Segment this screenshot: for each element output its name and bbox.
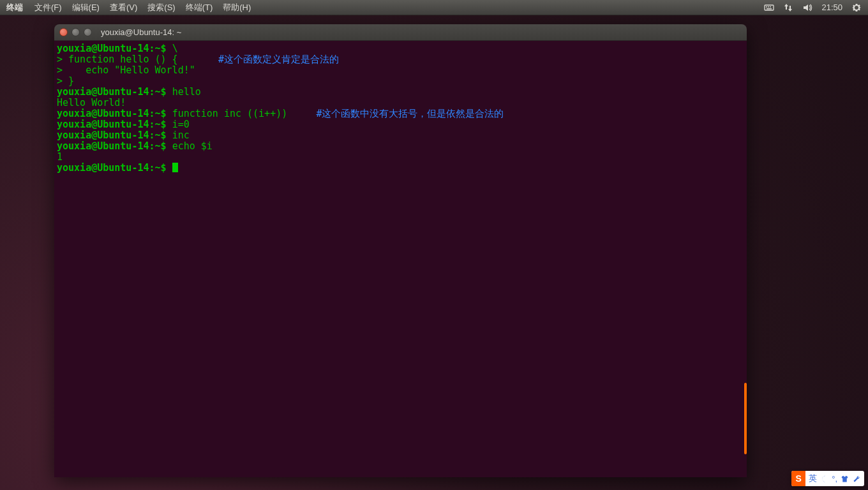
terminal-line: youxia@Ubuntu-14:~$ xyxy=(57,163,744,174)
terminal-prompt: youxia@Ubuntu-14:~$ xyxy=(57,119,172,130)
terminal-command: inc xyxy=(172,130,190,141)
terminal-command: hello xyxy=(172,86,201,98)
svg-rect-3 xyxy=(770,6,771,8)
terminal-command: function hello () { xyxy=(68,54,218,65)
terminal-continuation-prompt: > xyxy=(57,54,68,65)
scrollbar-thumb[interactable] xyxy=(744,383,747,454)
terminal-line: youxia@Ubuntu-14:~$ i=0 xyxy=(57,119,744,130)
terminal-cursor xyxy=(172,163,178,172)
network-updown-icon[interactable] xyxy=(783,3,793,13)
sogou-logo-icon: S xyxy=(791,471,805,486)
terminal-viewport[interactable]: youxia@Ubuntu-14:~$ \> function hello ()… xyxy=(54,41,747,477)
terminal-line: > echo "Hello World!" xyxy=(57,65,744,76)
terminal-line: youxia@Ubuntu-14:~$ echo $i xyxy=(57,141,744,152)
keyboard-indicator-icon[interactable] xyxy=(764,3,774,13)
system-tray: 21:50 xyxy=(764,3,864,13)
ime-panel[interactable]: S 英 °, xyxy=(791,471,864,486)
terminal-line: youxia@Ubuntu-14:~$ hello xyxy=(57,87,744,98)
terminal-continuation-prompt: > xyxy=(57,75,68,87)
svg-rect-4 xyxy=(767,8,772,10)
ime-separator: °, xyxy=(832,474,837,484)
wrench-icon[interactable] xyxy=(852,475,860,483)
terminal-line: > } xyxy=(57,76,744,87)
menu-edit[interactable]: 编辑(E) xyxy=(67,2,105,13)
terminal-prompt: youxia@Ubuntu-14:~$ xyxy=(57,140,172,152)
terminal-prompt: youxia@Ubuntu-14:~$ xyxy=(57,162,172,174)
shirt-icon[interactable] xyxy=(841,475,849,483)
terminal-command: echo "Hello World!" xyxy=(68,64,195,76)
window-minimize-button[interactable] xyxy=(71,28,80,36)
window-title: youxia@Ubuntu-14: ~ xyxy=(101,27,181,37)
terminal-prompt: youxia@Ubuntu-14:~$ xyxy=(57,130,172,141)
terminal-line: youxia@Ubuntu-14:~$ inc xyxy=(57,130,744,141)
moon-icon[interactable] xyxy=(820,475,828,483)
terminal-line: 1 xyxy=(57,152,744,163)
terminal-window: youxia@Ubuntu-14: ~ youxia@Ubuntu-14:~$ … xyxy=(54,24,747,477)
top-panel: 终端 文件(F) 编辑(E) 查看(V) 搜索(S) 终端(T) 帮助(H) 2… xyxy=(0,0,868,15)
svg-rect-2 xyxy=(768,6,769,8)
gear-icon[interactable] xyxy=(851,3,862,13)
terminal-line: > function hello () { #这个函数定义肯定是合法的 xyxy=(57,54,744,65)
svg-rect-0 xyxy=(765,5,774,10)
terminal-command: i=0 xyxy=(172,119,190,130)
terminal-prompt: youxia@Ubuntu-14:~$ xyxy=(57,43,172,54)
terminal-command: function inc ((i++)) xyxy=(172,108,317,119)
window-titlebar[interactable]: youxia@Ubuntu-14: ~ xyxy=(54,24,747,41)
menubar: 文件(F) 编辑(E) 查看(V) 搜索(S) 终端(T) 帮助(H) xyxy=(29,2,256,13)
clock[interactable]: 21:50 xyxy=(821,3,842,12)
terminal-prompt: youxia@Ubuntu-14:~$ xyxy=(57,86,172,98)
terminal-line: youxia@Ubuntu-14:~$ \ xyxy=(57,43,744,54)
terminal-line: youxia@Ubuntu-14:~$ function inc ((i++))… xyxy=(57,108,744,119)
terminal-output: 1 xyxy=(57,151,63,163)
menu-file[interactable]: 文件(F) xyxy=(29,2,67,13)
terminal-comment: #这个函数定义肯定是合法的 xyxy=(218,54,339,65)
menu-search[interactable]: 搜索(S) xyxy=(142,2,180,13)
terminal-command: \ xyxy=(172,43,178,54)
terminal-comment: #这个函数中没有大括号，但是依然是合法的 xyxy=(316,108,504,119)
menu-help[interactable]: 帮助(H) xyxy=(218,2,256,13)
svg-rect-1 xyxy=(766,6,767,8)
window-maximize-button[interactable] xyxy=(84,28,92,36)
terminal-command: } xyxy=(68,75,74,87)
menu-view[interactable]: 查看(V) xyxy=(105,2,142,13)
volume-icon[interactable] xyxy=(802,3,812,13)
terminal-line: Hello World! xyxy=(57,98,744,108)
terminal-prompt: youxia@Ubuntu-14:~$ xyxy=(57,108,172,119)
terminal-continuation-prompt: > xyxy=(57,64,68,76)
ime-language-label[interactable]: 英 xyxy=(809,473,817,484)
app-label: 终端 xyxy=(4,2,29,13)
menu-terminal[interactable]: 终端(T) xyxy=(181,2,218,13)
terminal-command: echo $i xyxy=(172,140,213,152)
window-close-button[interactable] xyxy=(59,28,68,36)
terminal-output: Hello World! xyxy=(57,97,126,108)
